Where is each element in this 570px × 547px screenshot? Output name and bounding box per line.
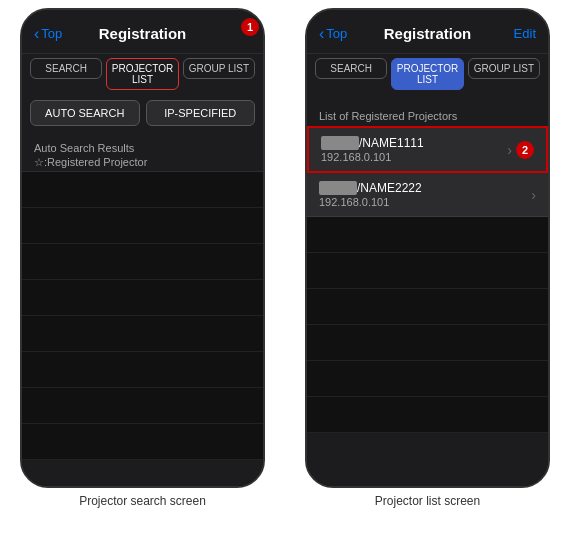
left-phone: ‹ Top Registration 1 SEARCH PROJECTOR LI… <box>20 8 265 488</box>
right-back-chevron-icon: ‹ <box>319 25 324 43</box>
right-list-item-2[interactable]: ████/NAME2222 192.168.0.101 › <box>307 173 548 217</box>
right-tab-group-list[interactable]: GROUP LIST <box>468 58 540 79</box>
empty-row-8 <box>22 424 263 460</box>
left-back-chevron-icon: ‹ <box>34 25 39 43</box>
right-list-item-1-name: ████/NAME1111 <box>321 136 424 150</box>
left-back-label: Top <box>41 26 62 41</box>
right-empty-row-4 <box>307 325 548 361</box>
left-action-bar: AUTO SEARCH IP-SPECIFIED <box>22 96 263 134</box>
right-list-item-2-content: ████/NAME2222 192.168.0.101 <box>319 181 422 208</box>
left-tab-group-list[interactable]: GROUP LIST <box>183 58 255 79</box>
right-caption-bar: Projector list screen <box>293 488 562 512</box>
empty-row-5 <box>22 316 263 352</box>
right-back-button[interactable]: ‹ Top <box>319 25 347 43</box>
right-empty-rows <box>307 217 548 433</box>
left-title: Registration <box>99 25 187 42</box>
right-list-title: List of Registered Projectors <box>307 104 548 126</box>
right-list-item-2-blurred: ████ <box>319 181 357 195</box>
right-screen-wrapper: ‹ Top Registration Edit SEARCH PROJECTOR… <box>285 0 570 547</box>
right-badge-2: 2 <box>516 141 534 159</box>
right-empty-row-3 <box>307 289 548 325</box>
right-list-item-2-suffix: /NAME2222 <box>357 181 422 195</box>
left-tab-group-wrapper: GROUP LIST <box>183 58 255 90</box>
left-tab-projector-list[interactable]: PROJECTOR LIST <box>106 58 178 90</box>
empty-row-7 <box>22 388 263 424</box>
right-empty-row-6 <box>307 397 548 433</box>
empty-row-4 <box>22 280 263 316</box>
right-tab-projector-list[interactable]: PROJECTOR LIST <box>391 58 463 90</box>
left-content: Auto Search Results ☆:Registered Project… <box>22 134 263 486</box>
right-list-item-2-ip: 192.168.0.101 <box>319 196 422 208</box>
right-phone: ‹ Top Registration Edit SEARCH PROJECTOR… <box>305 8 550 488</box>
right-caption: Projector list screen <box>375 494 480 508</box>
right-badge-2-container: 2 <box>516 141 534 159</box>
right-empty-row-1 <box>307 217 548 253</box>
left-header: ‹ Top Registration 1 <box>22 10 263 54</box>
left-caption-bar: Projector search screen <box>8 488 277 512</box>
right-empty-row-5 <box>307 361 548 397</box>
right-list-item-1-blurred: ████ <box>321 136 359 150</box>
left-screen-wrapper: ‹ Top Registration 1 SEARCH PROJECTOR LI… <box>0 0 285 547</box>
left-tab-search-wrapper: SEARCH <box>30 58 102 90</box>
left-caption: Projector search screen <box>79 494 206 508</box>
right-title: Registration <box>384 25 472 42</box>
empty-row-1 <box>22 172 263 208</box>
left-tab-bar: SEARCH PROJECTOR LIST GROUP LIST <box>22 54 263 96</box>
right-tab-projector-wrapper: PROJECTOR LIST <box>391 58 463 90</box>
left-auto-search-button[interactable]: AUTO SEARCH <box>30 100 140 126</box>
right-back-label: Top <box>326 26 347 41</box>
left-badge: 1 <box>241 18 259 36</box>
right-list-item-1-chevron-icon: › <box>507 142 512 158</box>
right-list-item-2-name: ████/NAME2222 <box>319 181 422 195</box>
right-list-item-1-right: › 2 <box>507 141 534 159</box>
right-tab-search-wrapper: SEARCH <box>315 58 387 90</box>
left-note-label: ☆:Registered Projector <box>22 156 263 171</box>
left-tab-search[interactable]: SEARCH <box>30 58 102 79</box>
left-badge-container: 1 <box>231 24 251 44</box>
right-content: List of Registered Projectors ████/NAME1… <box>307 96 548 486</box>
right-list-item-2-chevron-icon: › <box>531 187 536 203</box>
left-result-label: Auto Search Results <box>22 142 263 156</box>
left-back-button[interactable]: ‹ Top <box>34 25 62 43</box>
right-list-item-1-ip: 192.168.0.101 <box>321 151 424 163</box>
empty-row-3 <box>22 244 263 280</box>
left-empty-rows <box>22 172 263 460</box>
empty-row-2 <box>22 208 263 244</box>
left-ip-specified-button[interactable]: IP-SPECIFIED <box>146 100 256 126</box>
right-tab-bar: SEARCH PROJECTOR LIST GROUP LIST <box>307 54 548 96</box>
right-header: ‹ Top Registration Edit <box>307 10 548 54</box>
right-edit-button[interactable]: Edit <box>514 26 536 41</box>
right-list-item-1-suffix: /NAME1111 <box>359 136 424 150</box>
right-list-item-1-content: ████/NAME1111 192.168.0.101 <box>321 136 424 163</box>
right-empty-row-2 <box>307 253 548 289</box>
right-tab-group-wrapper: GROUP LIST <box>468 58 540 90</box>
empty-row-6 <box>22 352 263 388</box>
left-tab-projector-wrapper: PROJECTOR LIST <box>106 58 178 90</box>
right-tab-search[interactable]: SEARCH <box>315 58 387 79</box>
right-list-item-1[interactable]: ████/NAME1111 192.168.0.101 › 2 <box>307 126 548 173</box>
